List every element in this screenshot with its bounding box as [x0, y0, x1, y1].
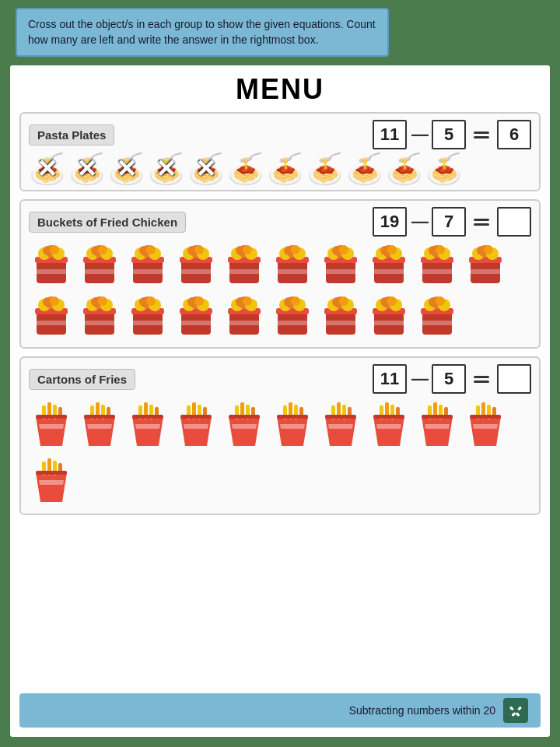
pasta-item: 🍝 — [108, 154, 145, 184]
fries-item — [176, 401, 216, 449]
svg-marker-173 — [180, 416, 212, 446]
chicken-item — [368, 294, 410, 339]
svg-rect-221 — [470, 415, 501, 419]
svg-rect-200 — [325, 415, 356, 419]
chicken-item — [271, 294, 313, 339]
pasta-item: 🍝 — [29, 154, 65, 184]
svg-marker-222 — [36, 472, 67, 502]
section-pasta: Pasta Plates 11 — 5 6 🍝🍝🍝🍝🍝🍝🍝🍝🍝🍝🍝 — [19, 112, 541, 191]
eq-right-chicken — [497, 207, 531, 237]
pasta-item: 🍝 — [267, 154, 303, 184]
section-fries: Cartons of Fries 11 — 5 — [19, 356, 541, 515]
eq-left-pasta: 11 — [373, 120, 407, 149]
svg-point-39 — [243, 245, 252, 254]
eq-equals-fries — [471, 376, 492, 383]
eq-equals-chicken — [471, 219, 492, 226]
eq-left-fries: 11 — [373, 364, 407, 394]
svg-rect-90 — [83, 321, 116, 325]
eq-dash-fries: — — [411, 369, 427, 389]
svg-rect-172 — [132, 415, 163, 419]
main-card: MENU Pasta Plates 11 — 5 6 🍝🍝🍝🍝🍝🍝🍝🍝🍝🍝🍝 B… — [8, 63, 552, 739]
pasta-item: 🍝 — [386, 154, 422, 184]
chicken-item — [320, 294, 362, 339]
svg-rect-114 — [228, 321, 261, 325]
chicken-item — [175, 243, 217, 288]
svg-point-23 — [146, 245, 156, 254]
svg-marker-180 — [229, 416, 260, 446]
chicken-item — [30, 294, 72, 339]
section-label-fries: Cartons of Fries — [29, 369, 135, 390]
svg-rect-34 — [228, 269, 261, 274]
pasta-item: 🍝 — [346, 154, 383, 184]
svg-rect-179 — [180, 415, 212, 419]
chicken-item — [223, 294, 265, 339]
eq-mid-fries: 5 — [432, 364, 466, 394]
chicken-item — [223, 243, 265, 288]
svg-point-103 — [146, 296, 156, 306]
svg-point-127 — [291, 296, 300, 306]
section-label-pasta: Pasta Plates — [29, 124, 114, 146]
fries-item — [417, 401, 457, 449]
svg-marker-202 — [376, 424, 401, 429]
svg-marker-216 — [473, 424, 498, 429]
chicken-item — [416, 243, 458, 288]
fries-item — [31, 401, 72, 449]
svg-rect-146 — [421, 321, 453, 325]
svg-point-47 — [291, 245, 300, 254]
svg-marker-188 — [280, 424, 305, 429]
chicken-item — [368, 243, 410, 288]
svg-point-63 — [387, 245, 397, 254]
svg-marker-223 — [39, 480, 64, 485]
svg-point-95 — [98, 296, 107, 306]
svg-rect-98 — [131, 321, 164, 325]
fries-items — [29, 398, 531, 507]
equation-pasta: 11 — 5 6 — [373, 120, 531, 149]
svg-rect-26 — [180, 269, 212, 274]
fries-item — [465, 401, 506, 449]
svg-marker-187 — [277, 416, 308, 446]
svg-marker-166 — [132, 416, 163, 446]
svg-point-87 — [50, 296, 59, 306]
pasta-item: 🍝 — [148, 154, 184, 184]
fries-item — [128, 401, 168, 449]
pasta-item: 🍝 — [227, 154, 264, 184]
svg-rect-106 — [180, 321, 212, 325]
svg-rect-2 — [35, 269, 68, 274]
svg-marker-195 — [328, 424, 353, 429]
svg-rect-50 — [324, 269, 357, 274]
svg-marker-153 — [39, 424, 64, 429]
svg-marker-160 — [87, 424, 112, 429]
svg-rect-228 — [36, 471, 67, 475]
svg-marker-174 — [184, 424, 208, 429]
eq-left-chicken: 19 — [373, 207, 407, 237]
pasta-item: 🍝 — [187, 154, 224, 184]
pasta-item: 🍝 — [425, 154, 462, 184]
svg-point-71 — [436, 245, 445, 254]
svg-marker-194 — [325, 416, 356, 446]
svg-marker-208 — [422, 416, 453, 446]
chicken-items — [29, 241, 531, 341]
instruction-text: Cross out the object/s in each group to … — [28, 18, 376, 46]
eq-mid-chicken: 7 — [432, 207, 466, 237]
pasta-item: 🍝 — [306, 154, 343, 184]
svg-rect-158 — [36, 415, 67, 419]
footer-bar: Subtracting numbers within 20 — [19, 693, 541, 728]
footer-icon — [503, 698, 528, 723]
chicken-item — [416, 294, 458, 339]
svg-marker-167 — [135, 424, 160, 429]
section-chicken: Buckets of Fried Chicken 19 — 7 — [19, 199, 541, 349]
chicken-item — [271, 243, 313, 288]
fries-item — [31, 457, 72, 505]
eq-equals-pasta — [471, 132, 492, 139]
instruction-box: Cross out the object/s in each group to … — [16, 8, 389, 57]
footer-text: Subtracting numbers within 20 — [349, 704, 495, 717]
svg-rect-66 — [421, 269, 453, 274]
section-label-chicken: Buckets of Fried Chicken — [29, 212, 186, 233]
svg-rect-42 — [276, 269, 309, 274]
chicken-item — [464, 243, 506, 288]
svg-rect-58 — [373, 269, 405, 274]
svg-point-143 — [387, 296, 397, 306]
svg-rect-130 — [324, 321, 357, 325]
svg-point-111 — [194, 296, 204, 306]
fries-item — [320, 401, 361, 449]
